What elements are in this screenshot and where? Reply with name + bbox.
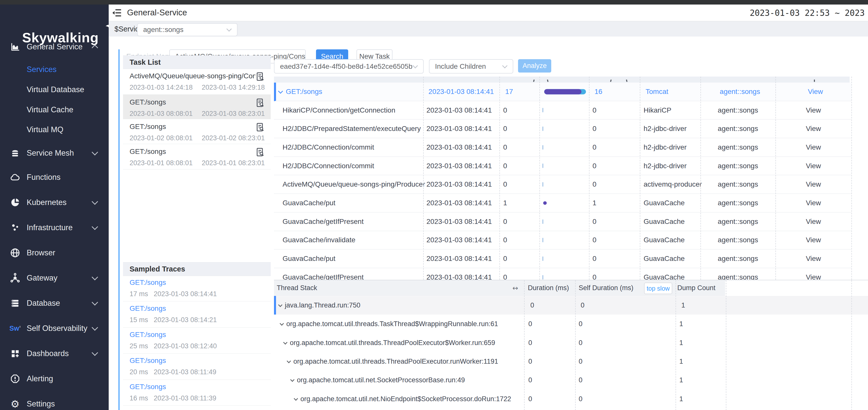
sidebar-item-settings[interactable]: ⚙Settings xyxy=(0,393,109,410)
span-view-link[interactable]: View xyxy=(775,143,851,151)
task-end-time: 2023-01-03 14:29:18 xyxy=(202,84,265,91)
sidebar-item-kubernetes[interactable]: Kubernetes xyxy=(0,192,109,213)
span-name-text: GuavaCache/put xyxy=(283,255,335,262)
span-view-link[interactable]: View xyxy=(775,106,851,114)
sidebar-item-functions[interactable]: Functions xyxy=(0,167,109,187)
thread-stack-row[interactable]: org.apache.tomcat.util.net.SocketProcess… xyxy=(274,371,868,389)
sidebar-item-label: Database xyxy=(27,299,60,308)
chevron-down-icon[interactable] xyxy=(290,378,294,382)
spans-table-row[interactable]: H2/JDBC/PreparedStatement/executeQuery20… xyxy=(274,120,851,138)
trace-name-link[interactable]: GET:/songs xyxy=(130,357,166,365)
trace-name-link[interactable]: GET:/songs xyxy=(130,279,166,287)
analyze-button[interactable]: Analyze xyxy=(518,59,551,72)
sidebar-item-general-service[interactable]: General Service xyxy=(0,36,109,57)
sidebar-item-alerting[interactable]: Alerting xyxy=(0,369,109,389)
sampled-trace-item[interactable]: GET:/songs20 ms2023-01-03 08:11:49 xyxy=(123,354,271,380)
sidebar-item-virtual-cache[interactable]: Virtual Cache xyxy=(0,99,109,120)
span-view-link[interactable]: View xyxy=(775,199,851,207)
time-range-picker[interactable]: 2023-01-03 22:53 ~ 2023 xyxy=(750,8,865,18)
column-separator xyxy=(676,280,676,410)
spans-table-row[interactable]: ActiveMQ/Queue/queue-songs-ping/Producer… xyxy=(274,176,851,194)
span-start-time: 2023-01-03 08:14:41 xyxy=(427,106,492,114)
trace-name-link[interactable]: GET:/songs xyxy=(130,383,166,391)
sidebar-item-dashboards[interactable]: Dashboards xyxy=(0,343,109,364)
task-time-range: 2023-01-02 08:08:012023-01-02 08:23:01 xyxy=(130,134,274,142)
span-service: agent::songs xyxy=(701,236,775,244)
task-list-item[interactable]: GET:/songs2023-01-01 08:08:012023-01-01 … xyxy=(123,144,271,170)
service-select[interactable]: agent::songs xyxy=(137,23,238,36)
sidebar-item-self-observability[interactable]: SwʹSelf Observability xyxy=(0,318,109,339)
sampled-trace-item[interactable]: GET:/songs17 ms2023-01-03 08:14:41 xyxy=(123,275,271,301)
spans-table-row[interactable]: GuavaCache/put2023-01-03 08:14:4100Guava… xyxy=(274,250,851,268)
sidebar-item-label: Virtual MQ xyxy=(27,125,63,134)
task-name: GET:/songs xyxy=(130,98,255,106)
chevron-down-icon[interactable] xyxy=(294,397,298,401)
span-duration-bar-cell xyxy=(542,138,586,156)
spans-table-row[interactable]: GuavaCache/getIfPresent2023-01-03 08:14:… xyxy=(274,212,851,231)
task-list-item[interactable]: GET:/songs2023-01-02 08:08:012023-01-02 … xyxy=(123,119,271,144)
sampled-trace-item[interactable]: GET:/songs16 ms2023-01-03 08:11:39 xyxy=(123,380,271,406)
span-view-link[interactable]: View xyxy=(775,217,851,226)
span-component: GuavaCache xyxy=(644,217,685,226)
sidebar-item-service-mesh[interactable]: Service Mesh xyxy=(0,143,109,164)
sampled-traces-header: Sampled Traces xyxy=(123,262,271,276)
view-task-logs-icon[interactable] xyxy=(256,98,265,108)
view-task-logs-icon[interactable] xyxy=(256,71,265,82)
spans-table-row[interactable]: H2/JDBC/Connection/commit2023-01-03 08:1… xyxy=(274,157,851,176)
thread-stack-row[interactable]: org.apache.tomcat.util.threads.ThreadPoo… xyxy=(274,333,868,352)
sampled-trace-item[interactable]: GET:/songs25 ms2023-01-03 08:12:40 xyxy=(123,328,271,354)
span-view-link[interactable]: View xyxy=(775,255,851,263)
sidebar-item-database[interactable]: Database xyxy=(0,293,109,314)
span-duration-bar-cell xyxy=(542,101,586,119)
trace-name-link[interactable]: GET:/songs xyxy=(130,304,166,313)
span-duration-bar-cell xyxy=(544,83,588,101)
trace-timestamp: 2023-01-03 08:14:41 xyxy=(154,290,217,298)
chevron-down-icon[interactable] xyxy=(280,321,284,326)
chevron-down-icon[interactable] xyxy=(283,340,287,345)
thread-stack-row[interactable]: org.apache.tomcat.util.net.NioEndpoint$S… xyxy=(274,389,868,408)
stack-frame: org.apache.tomcat.util.threads.ThreadPoo… xyxy=(284,339,495,347)
collapse-menu-icon[interactable] xyxy=(112,8,122,18)
analyze-mode-select[interactable]: Include Children xyxy=(429,59,513,74)
thread-stack-row[interactable]: org.apache.tomcat.util.threads.ThreadPoo… xyxy=(274,352,868,371)
span-view-link[interactable]: View xyxy=(775,162,851,170)
spans-table-row[interactable]: GET:/songs2023-01-03 08:14:411716Tomcata… xyxy=(274,83,851,101)
span-name-text: H2/JDBC/PreparedStatement/executeQuery xyxy=(283,125,421,133)
span-view-link[interactable]: View xyxy=(775,236,851,244)
resize-columns-icon[interactable]: ↔ xyxy=(513,284,518,292)
sidebar-item-services[interactable]: Services xyxy=(0,59,109,80)
chevron-up-icon xyxy=(92,45,98,51)
spans-table-clipped-header xyxy=(274,77,849,83)
sidebar-item-virtual-mq[interactable]: Virtual MQ xyxy=(0,119,109,140)
task-list-header: Task List xyxy=(123,55,271,69)
sidebar-item-label: Kubernetes xyxy=(27,198,67,207)
view-task-logs-icon[interactable] xyxy=(256,122,265,132)
span-view-link[interactable]: View xyxy=(775,180,851,188)
trace-meta: 20 ms2023-01-03 08:11:49 xyxy=(130,368,216,376)
spans-table-row[interactable]: H2/JDBC/Connection/commit2023-01-03 08:1… xyxy=(274,138,851,157)
top-slow-button[interactable]: top slow xyxy=(644,283,672,294)
trace-name-link[interactable]: GET:/songs xyxy=(130,331,166,339)
chevron-down-icon[interactable] xyxy=(287,359,291,363)
span-view-link[interactable]: View xyxy=(777,88,854,96)
thread-stack-row[interactable]: org.apache.tomcat.util.threads.TaskThrea… xyxy=(274,315,868,333)
span-exec-count: 1 xyxy=(503,199,507,207)
spans-table-row[interactable]: GuavaCache/put2023-01-03 08:14:4111Guava… xyxy=(274,194,851,212)
view-task-logs-icon[interactable] xyxy=(256,147,265,157)
spans-table-row[interactable]: HikariCP/Connection/getConnection2023-01… xyxy=(274,101,851,120)
segment-select[interactable]: eaed37e7-1d4e-4f50-be8d-14e52ce6505b xyxy=(274,59,424,74)
spans-table-row[interactable]: GuavaCache/invalidate2023-01-03 08:14:41… xyxy=(274,231,851,250)
sidebar-item-infrastructure[interactable]: Infrastructure xyxy=(0,217,109,238)
task-list-item[interactable]: ActiveMQ/Queue/queue-songs-ping/Consumer… xyxy=(123,68,271,95)
sidebar-item-virtual-database[interactable]: Virtual Database xyxy=(0,79,109,100)
task-name: GET:/songs xyxy=(130,148,255,156)
chevron-down-icon[interactable] xyxy=(278,303,283,307)
chevron-down-icon[interactable] xyxy=(278,89,283,94)
sidebar-item-browser[interactable]: Browser xyxy=(0,242,109,263)
span-view-link[interactable]: View xyxy=(775,125,851,133)
sampled-trace-item[interactable]: GET:/songs15 ms2023-01-03 08:14:21 xyxy=(123,301,271,327)
task-list-item[interactable]: GET:/songs2023-01-03 08:08:012023-01-03 … xyxy=(123,95,271,119)
sidebar-item-gateway[interactable]: Gateway xyxy=(0,268,109,288)
thread-stack-row[interactable]: java.lang.Thread.run:750001 xyxy=(274,296,868,315)
span-duration-bar-cell xyxy=(542,157,586,175)
